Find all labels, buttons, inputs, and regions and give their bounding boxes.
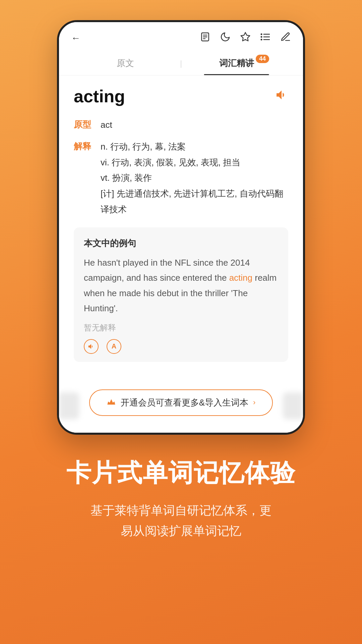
bottom-title: 卡片式单词记忆体验 xyxy=(66,458,296,488)
svg-point-9 xyxy=(261,37,262,38)
membership-cta-button[interactable]: 开通会员可查看更多&导入生词本 › xyxy=(89,389,273,416)
speaker-button[interactable] xyxy=(275,88,288,105)
vocab-badge: 44 xyxy=(256,55,269,63)
example-speaker-button[interactable] xyxy=(84,339,99,354)
content-area: acting 原型 act 解释 n. 行动, 行为, 幕, 法案 vi. 行动… xyxy=(59,75,303,379)
explain-label: 解释 xyxy=(74,139,97,217)
tab-original[interactable]: 原文 xyxy=(71,51,180,75)
example-box: 本文中的例句 He hasn't played in the NFL since… xyxy=(74,227,288,362)
crown-icon xyxy=(107,397,116,409)
def-line-2: vi. 行动, 表演, 假装, 见效, 表现, 担当 xyxy=(101,155,288,170)
origin-label: 原型 xyxy=(74,117,97,133)
star-icon[interactable] xyxy=(240,32,251,45)
tabs-bar: 原文 | 词汇精讲 44 xyxy=(59,51,303,75)
word-header: acting xyxy=(74,86,288,106)
bottom-section: 卡片式单词记忆体验 基于莱特背单词自研记忆体系，更易从阅读扩展单词记忆 xyxy=(40,435,322,568)
def-line-1: n. 行动, 行为, 幕, 法案 xyxy=(101,139,288,155)
word-title: acting xyxy=(74,86,125,106)
svg-point-8 xyxy=(261,34,262,35)
explain-lines: n. 行动, 行为, 幕, 法案 vi. 行动, 表演, 假装, 见效, 表现,… xyxy=(101,139,288,217)
svg-point-10 xyxy=(261,39,262,40)
example-text: He hasn't played in the NFL since the 20… xyxy=(84,255,278,316)
origin-value: act xyxy=(101,117,112,133)
phone-screen: ← 原文 xyxy=(59,22,303,433)
explain-row: 解释 n. 行动, 行为, 幕, 法案 vi. 行动, 表演, 假装, 见效, … xyxy=(74,139,288,217)
tab-vocab[interactable]: 词汇精讲 44 xyxy=(182,51,291,75)
cta-area: 开通会员可查看更多&导入生词本 › xyxy=(59,379,303,433)
bottom-subtitle: 基于莱特背单词自研记忆体系，更易从阅读扩展单词记忆 xyxy=(66,500,296,541)
example-title: 本文中的例句 xyxy=(84,237,278,249)
example-translate-button[interactable]: A xyxy=(107,339,121,354)
def-line-4: [计] 先进通信技术, 先进计算机工艺, 自动代码翻译技术 xyxy=(101,186,288,217)
cta-label: 开通会员可查看更多&导入生词本 xyxy=(121,397,248,409)
no-translation: 暂无解释 xyxy=(84,322,278,333)
notes-icon[interactable] xyxy=(200,32,210,45)
origin-row: 原型 act xyxy=(74,117,288,133)
example-text-before: He hasn't played in the NFL since the 20… xyxy=(84,258,250,283)
example-icons: A xyxy=(84,339,278,354)
back-button[interactable]: ← xyxy=(71,33,80,44)
blur-right xyxy=(283,392,303,419)
top-icons xyxy=(200,32,291,45)
svg-marker-4 xyxy=(241,33,250,41)
example-highlight: acting xyxy=(229,273,252,283)
def-line-3: vt. 扮演, 装作 xyxy=(101,170,288,186)
blur-left xyxy=(59,392,79,419)
list-icon[interactable] xyxy=(260,32,271,45)
moon-icon[interactable] xyxy=(220,32,231,45)
edit-icon[interactable] xyxy=(280,32,291,45)
top-bar: ← xyxy=(59,22,303,51)
chevron-right-icon: › xyxy=(253,398,255,407)
phone-mockup: ← 原文 xyxy=(57,20,305,435)
